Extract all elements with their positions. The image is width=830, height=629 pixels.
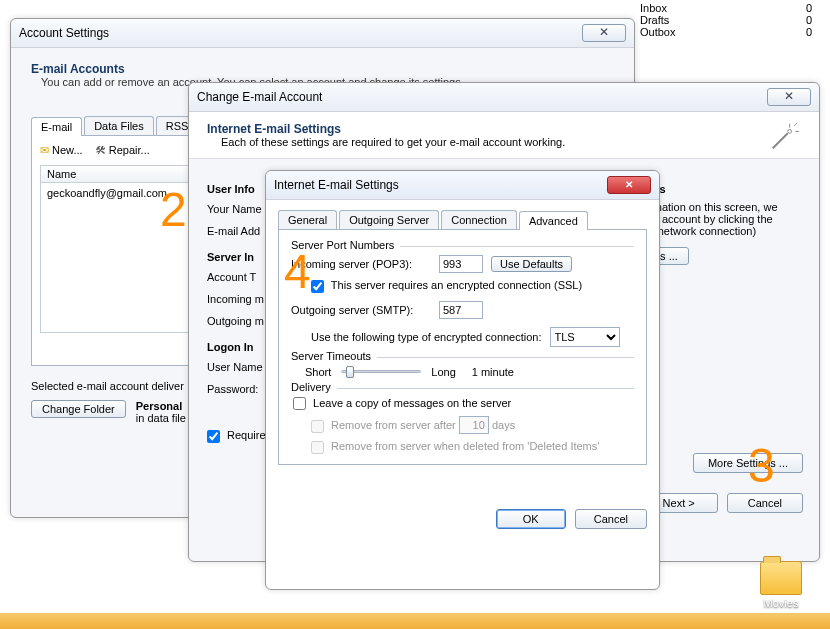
outgoing-port-input[interactable] [439, 301, 483, 319]
repair-account-button[interactable]: 🛠Repair... [95, 144, 150, 156]
server-timeouts-legend: Server Timeouts [291, 350, 377, 362]
timeout-value: 1 minute [472, 366, 514, 378]
tab-advanced[interactable]: Advanced [519, 211, 588, 230]
dialog-titlebar: Internet E-mail Settings ✕ [266, 171, 659, 200]
remove-after-unit: days [492, 419, 515, 431]
new-label: New... [52, 144, 83, 156]
window-title: Change E-mail Account [197, 90, 322, 104]
outgoing-server-label: Outgoing server (SMTP): [291, 304, 431, 316]
timeout-short-label: Short [305, 366, 331, 378]
mail-row-label: Drafts [640, 14, 669, 26]
new-account-button[interactable]: ✉New... [40, 144, 83, 156]
cancel-button[interactable]: Cancel [727, 493, 803, 513]
personal-label: Personal [136, 400, 186, 412]
more-settings-button[interactable]: More Settings ... [693, 453, 803, 473]
change-folder-button[interactable]: Change Folder [31, 400, 126, 418]
folder-label: Movies [760, 597, 802, 609]
encryption-type-select[interactable]: TLS [550, 327, 620, 347]
tab-connection[interactable]: Connection [441, 210, 517, 229]
mail-row-label: Outbox [640, 26, 675, 38]
server-port-numbers-legend: Server Port Numbers [291, 239, 400, 251]
internet-email-settings-dialog: Internet E-mail Settings ✕ General Outgo… [265, 170, 660, 590]
account-settings-titlebar: Account Settings ✕ [11, 19, 634, 48]
wizard-icon [769, 122, 799, 152]
mail-row-count: 0 [806, 26, 812, 38]
internet-email-heading: Internet E-mail Settings [207, 122, 801, 136]
dialog-title: Internet E-mail Settings [274, 178, 399, 192]
window-title: Account Settings [19, 26, 109, 40]
close-button[interactable]: ✕ [767, 88, 811, 106]
tab-email[interactable]: E-mail [31, 117, 82, 136]
use-defaults-button[interactable]: Use Defaults [491, 256, 572, 272]
settings-tabs: General Outgoing Server Connection Advan… [278, 210, 647, 230]
mail-folder-list: Inbox 0 Drafts 0 Outbox 0 [636, 2, 816, 38]
remove-deleted-label: Remove from server when deleted from 'De… [331, 440, 599, 452]
info-line-1: ormation on this screen, we [643, 201, 803, 213]
mail-row-label: Inbox [640, 2, 667, 14]
tab-data-files[interactable]: Data Files [84, 116, 154, 135]
slider-thumb[interactable] [346, 366, 354, 378]
require-label: Require [227, 429, 266, 441]
delivery-legend: Delivery [291, 381, 337, 393]
close-button[interactable]: ✕ [607, 176, 651, 194]
repair-label: Repair... [109, 144, 150, 156]
info-line-3: es network connection) [643, 225, 803, 237]
mail-row-count: 0 [806, 14, 812, 26]
mail-row-outbox[interactable]: Outbox 0 [636, 26, 816, 38]
mail-row-count: 0 [806, 2, 812, 14]
wrench-icon: 🛠 [95, 144, 106, 156]
ok-button[interactable]: OK [496, 509, 566, 529]
mail-row-drafts[interactable]: Drafts 0 [636, 14, 816, 26]
email-accounts-heading: E-mail Accounts [31, 62, 614, 76]
timeout-long-label: Long [431, 366, 455, 378]
svg-point-1 [788, 130, 792, 134]
leave-copy-label: Leave a copy of messages on the server [313, 397, 511, 409]
tab-general[interactable]: General [278, 210, 337, 229]
taskbar-strip [0, 613, 830, 629]
cancel-button[interactable]: Cancel [575, 509, 647, 529]
timeout-slider[interactable] [341, 370, 421, 373]
mail-row-inbox[interactable]: Inbox 0 [636, 2, 816, 14]
remove-after-checkbox [311, 420, 324, 433]
info-line-2: our account by clicking the [643, 213, 803, 225]
folder-icon [760, 561, 802, 595]
internet-email-subtext: Each of these settings are required to g… [221, 136, 801, 148]
remove-after-days-input [459, 416, 489, 434]
leave-copy-checkbox[interactable] [293, 397, 306, 410]
tab-outgoing-server[interactable]: Outgoing Server [339, 210, 439, 229]
mail-icon: ✉ [40, 144, 49, 156]
close-button[interactable]: ✕ [582, 24, 626, 42]
remove-after-label: Remove from server after [331, 419, 456, 431]
encryption-type-label: Use the following type of encrypted conn… [311, 331, 542, 343]
svg-line-0 [773, 133, 788, 148]
selected-account-delivers-label: Selected e-mail account deliver [31, 380, 184, 392]
in-data-file-label: in data file [136, 412, 186, 424]
desktop-folder-movies[interactable]: Movies [760, 561, 802, 609]
change-account-titlebar: Change E-mail Account ✕ [189, 83, 819, 112]
test-settings-suffix: ings [643, 183, 803, 195]
require-checkbox[interactable] [207, 430, 220, 443]
remove-deleted-checkbox [311, 441, 324, 454]
ssl-checkbox[interactable] [311, 280, 324, 293]
ssl-checkbox-label: This server requires an encrypted connec… [331, 279, 582, 291]
svg-line-4 [794, 123, 797, 126]
incoming-server-label: Incoming server (POP3): [291, 258, 431, 270]
incoming-port-input[interactable] [439, 255, 483, 273]
